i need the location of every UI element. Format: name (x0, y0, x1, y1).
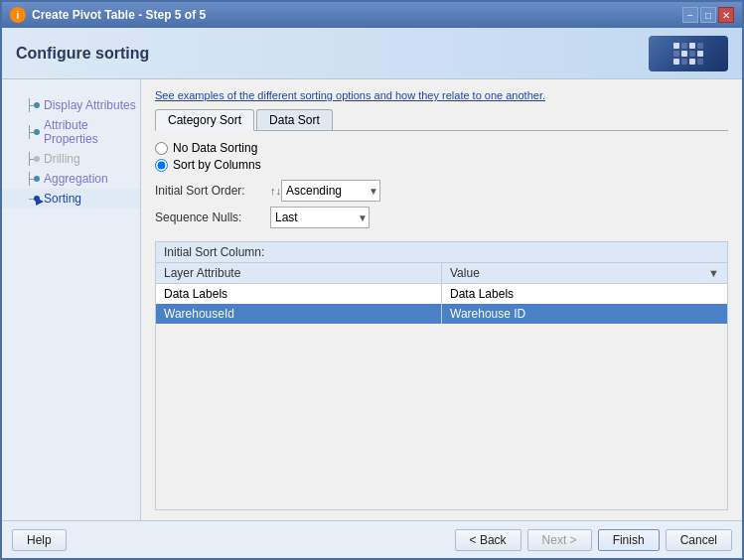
main-panel: See examples of the different sorting op… (141, 79, 742, 520)
minimize-button[interactable]: − (682, 7, 698, 23)
table-cell-layer-attribute: Data Labels (156, 284, 442, 304)
main-window: i Create Pivot Table - Step 5 of 5 − □ ✕… (0, 0, 744, 560)
sidebar-item-display-attributes[interactable]: Display Attributes (2, 95, 140, 115)
logo (649, 36, 728, 71)
title-bar-left: i Create Pivot Table - Step 5 of 5 (10, 7, 206, 23)
sidebar-item-sorting: Sorting (2, 189, 140, 209)
value-column-dropdown[interactable]: ▼ (708, 267, 719, 279)
close-button[interactable]: ✕ (718, 7, 734, 23)
table-cell-value: Data Labels (442, 284, 727, 304)
title-bar: i Create Pivot Table - Step 5 of 5 − □ ✕ (2, 2, 742, 28)
table-cell-layer-attribute: WarehouseId (156, 304, 442, 324)
bottom-bar: Help < Back Next > Finish Cancel (2, 520, 742, 558)
title-bar-controls: − □ ✕ (682, 7, 734, 23)
svg-marker-0 (36, 198, 44, 206)
sequence-nulls-label: Sequence Nulls: (155, 210, 264, 224)
sidebar-label-drilling: Drilling (44, 152, 80, 166)
radio-sort-by-columns-label: Sort by Columns (173, 158, 261, 172)
sidebar-item-attribute-properties[interactable]: Attribute Properties (2, 115, 140, 149)
tab-content: No Data Sorting Sort by Columns Initial … (155, 141, 728, 510)
column-table: Layer Attribute Value ▼ Data Labels Data… (156, 263, 727, 509)
column-table-title: Initial Sort Column: (156, 242, 727, 263)
next-button[interactable]: Next > (527, 529, 592, 551)
initial-sort-order-select[interactable]: Ascending Descending (281, 180, 380, 202)
radio-no-data-sorting-label: No Data Sorting (173, 141, 257, 155)
sequence-nulls-select[interactable]: Last First (270, 207, 370, 228)
sidebar-item-drilling: Drilling (2, 149, 140, 169)
tab-category-sort[interactable]: Category Sort (155, 109, 254, 131)
maximize-button[interactable]: □ (700, 7, 716, 23)
bottom-right-buttons: < Back Next > Finish Cancel (455, 529, 732, 551)
column-header-layer-attribute: Layer Attribute (156, 263, 442, 283)
tabs-row: Category Sort Data Sort (155, 109, 728, 131)
initial-sort-order-label: Initial Sort Order: (155, 184, 264, 198)
sidebar-label-sorting: Sorting (44, 192, 81, 206)
sequence-nulls-select-wrapper: Last First ▼ (270, 207, 370, 228)
sidebar-label-aggregation[interactable]: Aggregation (44, 172, 108, 186)
sidebar: Display Attributes Attribute Properties (2, 79, 141, 520)
radio-no-data-sorting-input[interactable] (155, 142, 168, 155)
see-examples-link[interactable]: See examples of the different sorting op… (155, 89, 728, 101)
sort-order-icon: ↑↓ (270, 185, 281, 197)
table-cell-value: Warehouse ID (442, 304, 727, 324)
content-area: Display Attributes Attribute Properties (2, 79, 742, 520)
radio-no-data-sorting[interactable]: No Data Sorting (155, 141, 728, 155)
finish-button[interactable]: Finish (598, 529, 660, 551)
initial-sort-order-select-wrapper: ↑↓ Ascending Descending ▼ (270, 180, 380, 202)
help-button[interactable]: Help (12, 529, 67, 551)
bottom-left-buttons: Help (12, 529, 67, 551)
back-button[interactable]: < Back (455, 529, 521, 551)
radio-sort-by-columns[interactable]: Sort by Columns (155, 158, 728, 172)
cancel-button[interactable]: Cancel (666, 529, 732, 551)
sidebar-item-aggregation[interactable]: Aggregation (2, 169, 140, 189)
sequence-nulls-row: Sequence Nulls: Last First ▼ (155, 207, 728, 228)
header: Configure sorting (2, 28, 742, 79)
app-icon: i (10, 7, 26, 23)
table-row[interactable]: WarehouseId Warehouse ID (156, 304, 727, 324)
sidebar-label-display-attributes[interactable]: Display Attributes (44, 98, 136, 112)
initial-sort-order-row: Initial Sort Order: ↑↓ Ascending Descend… (155, 180, 728, 202)
sidebar-label-attribute-properties[interactable]: Attribute Properties (44, 118, 136, 146)
radio-group: No Data Sorting Sort by Columns (155, 141, 728, 172)
sidebar-tree: Display Attributes Attribute Properties (2, 89, 140, 209)
table-row[interactable]: Data Labels Data Labels (156, 284, 727, 304)
window-title: Create Pivot Table - Step 5 of 5 (32, 8, 206, 22)
column-table-section: Initial Sort Column: Layer Attribute Val… (155, 241, 728, 510)
radio-sort-by-columns-input[interactable] (155, 159, 168, 172)
page-title: Configure sorting (16, 45, 149, 63)
column-header-value: Value ▼ (442, 263, 727, 283)
tab-data-sort[interactable]: Data Sort (256, 109, 333, 130)
column-table-header-row: Layer Attribute Value ▼ (156, 263, 727, 284)
column-header-value-label: Value (450, 266, 480, 280)
